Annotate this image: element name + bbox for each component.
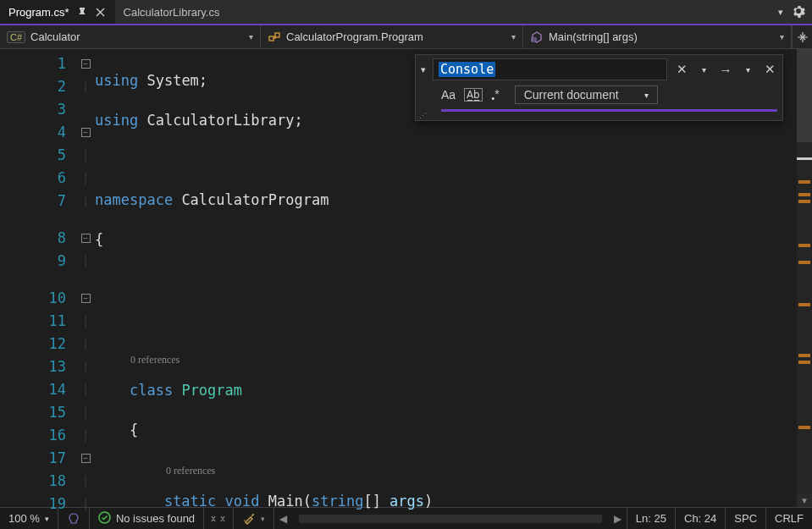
find-next-icon[interactable]: →	[718, 62, 733, 77]
chevron-down-icon[interactable]: ▾	[778, 7, 783, 18]
close-icon[interactable]	[95, 6, 107, 18]
line-number: 15	[0, 401, 66, 424]
fold-toggle[interactable]: −	[81, 234, 91, 243]
breadcrumb-label: Calculator	[30, 30, 80, 43]
scroll-down-icon[interactable]: ▼	[797, 493, 812, 507]
line-number: 19	[0, 493, 66, 515]
expand-replace-toggle[interactable]: ▾	[421, 64, 426, 75]
pin-icon[interactable]	[76, 6, 88, 18]
method-icon	[530, 30, 544, 44]
breadcrumb-label: CalculatorProgram.Program	[286, 30, 423, 43]
line-number: 11	[0, 310, 66, 333]
line-number: 5	[0, 144, 66, 167]
dropdown-icon[interactable]: ▾	[696, 62, 711, 77]
chevron-down-icon[interactable]: ▾	[511, 32, 516, 41]
line-number: 2	[0, 75, 66, 98]
chevron-down-icon: ▾	[644, 91, 649, 100]
overview-ruler[interactable]: ▲ ▼	[797, 49, 812, 507]
tab-label: CalculatorLibrary.cs	[124, 6, 220, 19]
find-scope-dropdown[interactable]: Current document ▾	[515, 85, 658, 104]
find-scope-label: Current document	[524, 88, 619, 102]
svg-rect-1	[275, 33, 279, 37]
line-number: 17	[0, 447, 66, 470]
line-number: 10	[0, 287, 66, 310]
fold-toggle[interactable]: −	[81, 454, 91, 463]
fold-toggle[interactable]: −	[81, 128, 91, 137]
tab-bar-right: ▾	[778, 4, 812, 20]
line-number: 4	[0, 121, 66, 144]
line-number: 1	[0, 52, 66, 75]
line-number: 13	[0, 355, 66, 378]
find-widget: ▾ Console ✕ ▾ → ▾ ✕ Aa A̲b̲ •* Current d…	[415, 54, 783, 121]
split-editor-button[interactable]	[792, 25, 812, 48]
scrollbar-thumb[interactable]	[299, 515, 602, 523]
tab-program-cs[interactable]: Program.cs*	[0, 0, 115, 24]
chevron-down-icon[interactable]: ▾	[249, 32, 253, 41]
chevron-down-icon: ▾	[45, 515, 49, 523]
line-number: 16	[0, 424, 66, 447]
breadcrumb-project[interactable]: C# Calculator ▾	[0, 25, 261, 48]
line-number: 6	[0, 167, 66, 190]
breadcrumb-label: Main(string[] args)	[549, 30, 638, 43]
line-number: 3	[0, 98, 66, 121]
find-input-value: Console	[439, 62, 495, 77]
dropdown-icon[interactable]: ▾	[740, 62, 755, 77]
fold-toggle[interactable]: −	[81, 59, 91, 69]
regex-toggle[interactable]: •*	[491, 87, 500, 103]
whole-word-toggle[interactable]: A̲b̲	[464, 88, 483, 102]
line-number: 7	[0, 190, 66, 212]
line-number: 8	[0, 227, 66, 250]
line-number: 12	[0, 333, 66, 355]
match-case-toggle[interactable]: Aa	[441, 88, 456, 102]
breadcrumb-method[interactable]: Main(string[] args) ▾	[523, 25, 792, 48]
line-number-gutter: 1 2 3 4 5 6 7 8 9 10 11 12 13 14 15 16 1…	[0, 49, 76, 507]
chevron-down-icon[interactable]: ▾	[780, 32, 784, 41]
find-input[interactable]: Console	[433, 58, 667, 80]
editor[interactable]: 1 2 3 4 5 6 7 8 9 10 11 12 13 14 15 16 1…	[0, 49, 812, 507]
line-number: 9	[0, 250, 66, 273]
breadcrumb-bar: C# Calculator ▾ CalculatorProgram.Progra…	[0, 25, 812, 49]
breadcrumb-class[interactable]: CalculatorProgram.Program ▾	[261, 25, 523, 48]
gear-icon[interactable]	[792, 4, 805, 20]
fold-toggle[interactable]: −	[81, 294, 91, 303]
resize-handle-icon[interactable]: ⋰	[416, 112, 782, 120]
svg-rect-0	[269, 36, 273, 41]
line-number: 18	[0, 470, 66, 493]
close-find-icon[interactable]: ✕	[762, 62, 777, 77]
tab-label: Program.cs*	[8, 6, 69, 19]
line-number: 14	[0, 378, 66, 401]
csharp-icon: C#	[7, 31, 25, 43]
codelens[interactable]: 0 references	[166, 460, 215, 482]
close-icon[interactable]: ✕	[674, 62, 689, 77]
tab-calculatorlibrary-cs[interactable]: CalculatorLibrary.cs	[115, 0, 229, 24]
codelens[interactable]: 0 references	[130, 349, 180, 372]
tab-bar: Program.cs* CalculatorLibrary.cs ▾	[0, 0, 812, 25]
class-icon	[268, 30, 281, 44]
fold-gutter: − │ − │ │ │ − │ − │ │ │ │ │ │ − │ │	[76, 49, 95, 507]
